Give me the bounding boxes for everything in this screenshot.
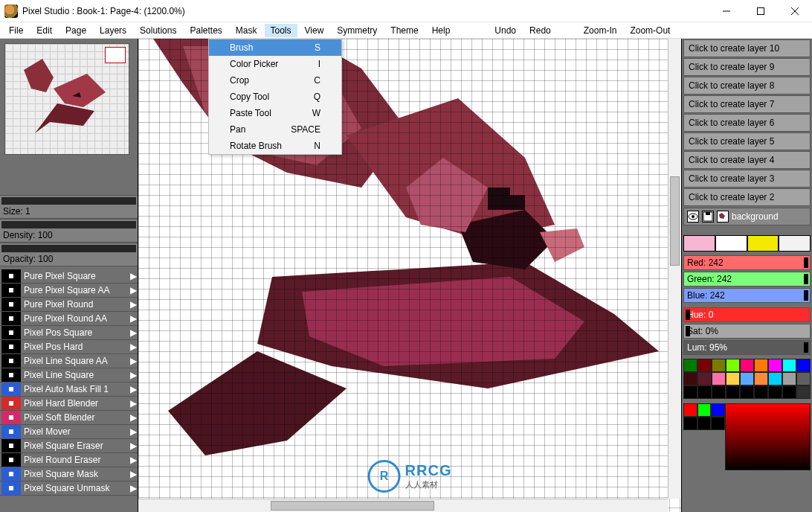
tools-item-brush[interactable]: Brush S (209, 39, 341, 56)
preview-viewport-indicator[interactable] (105, 47, 126, 63)
brush-item[interactable]: Pixel Square Eraser▶ (0, 439, 138, 453)
menu-tools[interactable]: Tools (265, 24, 297, 37)
menu-file[interactable]: File (3, 24, 29, 37)
menu-help[interactable]: Help (426, 24, 457, 37)
mini-swatch[interactable] (683, 403, 697, 417)
palette-swatch[interactable] (796, 372, 811, 385)
layer-create-button[interactable]: Click to create layer 4 (683, 151, 811, 169)
menu-solutions[interactable]: Solutions (134, 24, 182, 37)
minimize-button[interactable] (709, 0, 744, 22)
action-redo[interactable]: Redo (523, 24, 557, 37)
palette-swatch[interactable] (768, 372, 782, 385)
palette-swatch[interactable] (768, 359, 782, 372)
tools-item-rotate-brush[interactable]: Rotate Brush N (209, 138, 341, 154)
palette-swatch[interactable] (740, 385, 754, 399)
brush-item[interactable]: Pixel Auto Mask Fill 1▶ (0, 383, 138, 397)
brush-item[interactable]: Pixel Pos Square▶ (0, 326, 138, 340)
tools-item-crop[interactable]: Crop C (209, 72, 341, 89)
tools-item-color-picker[interactable]: Color Picker I (209, 56, 341, 72)
scrollbar-horizontal[interactable] (138, 499, 668, 512)
palette-swatch[interactable] (683, 359, 697, 372)
scrollbar-h-thumb[interactable] (271, 501, 434, 511)
layer-create-button[interactable]: Click to create layer 10 (683, 39, 811, 57)
menu-symmetry[interactable]: Symmetry (331, 24, 383, 37)
brush-item[interactable]: Pixel Line Square AA▶ (0, 354, 138, 368)
sat-slider[interactable]: Sat: 0% (683, 324, 811, 339)
tools-item-pan[interactable]: Pan SPACE (209, 121, 341, 138)
size-slider[interactable]: Size: 1 (0, 195, 138, 219)
layer-create-button[interactable]: Click to create layer 2 (683, 188, 811, 206)
palette-swatch[interactable] (712, 359, 726, 372)
blue-slider[interactable]: Blue: 242 (683, 288, 811, 303)
layer-create-button[interactable]: Click to create layer 6 (683, 114, 811, 132)
close-button[interactable] (778, 0, 812, 22)
brush-item[interactable]: Pure Pixel Round▶ (0, 298, 138, 312)
brush-item[interactable]: Pixel Round Eraser▶ (0, 453, 138, 467)
palette-swatch[interactable] (754, 372, 768, 385)
swatch-1[interactable] (683, 235, 715, 252)
palette-swatch[interactable] (697, 359, 712, 372)
menu-layers[interactable]: Layers (94, 24, 132, 37)
palette-swatch[interactable] (768, 385, 782, 399)
brush-item[interactable]: Pixel Soft Blender▶ (0, 411, 138, 425)
palette-swatch[interactable] (726, 359, 740, 372)
action-undo[interactable]: Undo (489, 24, 522, 37)
palette-swatch[interactable] (740, 359, 754, 372)
palette-swatch[interactable] (712, 385, 726, 399)
mini-swatch[interactable] (697, 403, 712, 417)
brush-item[interactable]: Pixel Mover▶ (0, 425, 138, 439)
palette-swatch[interactable] (782, 359, 796, 372)
red-slider[interactable]: Red: 242 (683, 255, 811, 270)
layer-create-button[interactable]: Click to create layer 7 (683, 95, 811, 113)
lum-slider[interactable]: Lum: 95% (683, 340, 811, 355)
action-zoom-in[interactable]: Zoom-In (578, 24, 623, 37)
palette-swatch[interactable] (740, 372, 754, 385)
palette-swatch[interactable] (697, 385, 712, 399)
menu-edit[interactable]: Edit (30, 24, 58, 37)
palette-swatch[interactable] (782, 385, 796, 399)
palette-swatch[interactable] (782, 372, 796, 385)
menu-theme[interactable]: Theme (384, 24, 424, 37)
menu-palettes[interactable]: Palettes (184, 24, 228, 37)
palette-swatch[interactable] (726, 372, 740, 385)
palette-swatch[interactable] (796, 359, 811, 372)
layer-create-button[interactable]: Click to create layer 9 (683, 58, 811, 76)
palette-swatch[interactable] (726, 385, 740, 399)
swatch-4[interactable] (779, 235, 811, 252)
tools-item-paste[interactable]: Paste Tool W (209, 105, 341, 121)
swatch-3[interactable] (747, 235, 779, 252)
brush-item[interactable]: Pixel Pos Hard▶ (0, 340, 138, 354)
maximize-button[interactable] (744, 0, 778, 22)
scrollbar-v-thumb[interactable] (670, 176, 680, 266)
brush-item[interactable]: Pixel Hard Blender▶ (0, 397, 138, 411)
brush-item[interactable]: Pure Pixel Square AA▶ (0, 284, 138, 298)
opacity-slider[interactable]: Opacity: 100 (0, 243, 138, 266)
palette-swatch[interactable] (754, 359, 768, 372)
eye-icon[interactable] (687, 211, 699, 223)
swatch-2[interactable] (715, 235, 747, 252)
layer-create-button[interactable]: Click to create layer 3 (683, 170, 811, 188)
hue-slider[interactable]: Hue: 0 (683, 307, 811, 322)
mini-swatch[interactable] (711, 403, 725, 417)
menu-mask[interactable]: Mask (230, 24, 263, 37)
layer-create-button[interactable]: Click to create layer 8 (683, 77, 811, 95)
color-picker[interactable] (725, 403, 811, 470)
brush-item[interactable]: Pixel Square Unmask▶ (0, 481, 138, 496)
palette-swatch[interactable] (754, 385, 768, 399)
tools-item-copy[interactable]: Copy Tool Q (209, 89, 341, 105)
brush-item[interactable]: Pure Pixel Round AA▶ (0, 312, 138, 326)
brush-item[interactable]: Pixel Square Mask▶ (0, 467, 138, 481)
green-slider[interactable]: Green: 242 (683, 272, 811, 287)
layer-background[interactable]: background (683, 208, 811, 225)
mini-swatch[interactable] (697, 417, 712, 430)
palette-swatch[interactable] (683, 385, 697, 399)
palette-swatch[interactable] (712, 372, 726, 385)
palette-swatch[interactable] (796, 385, 811, 399)
density-slider[interactable]: Density: 100 (0, 219, 138, 243)
mini-swatch[interactable] (711, 417, 725, 430)
brush-item[interactable]: Pure Pixel Square▶ (0, 269, 138, 284)
palette-swatch[interactable] (697, 372, 712, 385)
action-zoom-out[interactable]: Zoom-Out (624, 24, 676, 37)
brush-item[interactable]: Pixel Line Square▶ (0, 368, 138, 383)
layer-create-button[interactable]: Click to create layer 5 (683, 132, 811, 150)
